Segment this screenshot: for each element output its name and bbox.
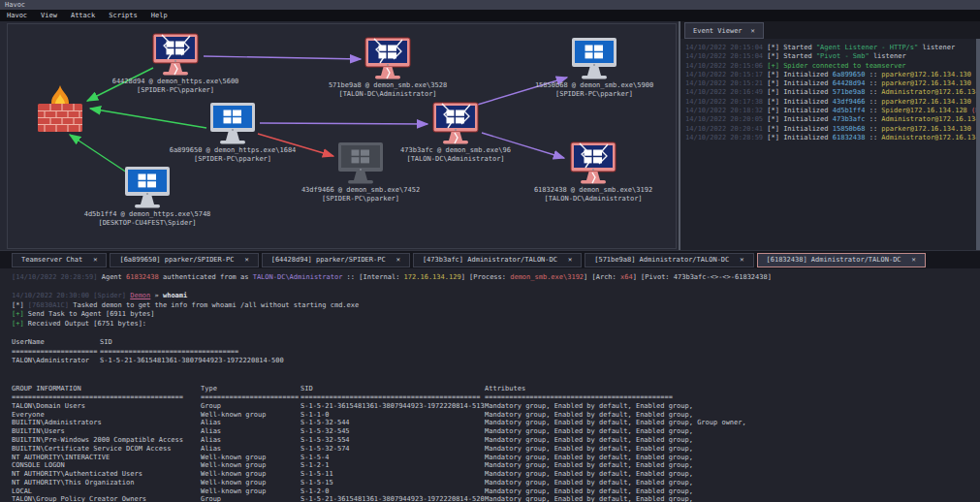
- event-viewer-tabstrip: Event Viewer ✕: [680, 21, 980, 39]
- event-viewer-panel: Event Viewer ✕ 14/10/2022 20:15:04 [*] S…: [680, 21, 980, 250]
- menu-item-attack[interactable]: Attack: [64, 12, 102, 19]
- graph-node-43df9466[interactable]: 43df9466 @ demon_smb.exe\7452[SPIDER-PC\…: [278, 141, 443, 204]
- group-table-row-cell: S-1-5-15: [300, 479, 485, 487]
- group-table-row-cell: Mandatory group, Enabled by default, Ena…: [485, 454, 980, 462]
- group-table-separator-cell: ========================================…: [485, 393, 980, 402]
- group-table-row: TALON\Domain UsersGroupS-1-5-21-36154813…: [12, 402, 980, 411]
- node-label: 61832438 @ demon_smb.exe\3192: [511, 186, 676, 195]
- user-table-separator-cell: ==================================: [100, 348, 980, 358]
- graph-node-64428d94[interactable]: 64428d94 @ demon_https.exe\5600[SPIDER-P…: [93, 33, 258, 95]
- menu-item-help[interactable]: Help: [144, 12, 174, 19]
- session-tab[interactable]: [6a899650] pparker/SPIDER-PC✕: [110, 253, 258, 267]
- session-tab-label: [571be9a8] Administrator/TALON-DC: [594, 256, 729, 264]
- console-line: [14/10/2022 20:28:59] Agent 61832438 aut…: [12, 273, 980, 283]
- menu-item-view[interactable]: View: [34, 12, 64, 19]
- firewall-icon: [35, 84, 85, 135]
- group-table-row: BUILTIN\Certificate Service DCOM AccessA…: [12, 445, 980, 454]
- session-tab[interactable]: [571be9a8] Administrator/TALON-DC✕: [585, 253, 753, 267]
- group-table-row-cell: Well-known group: [201, 479, 300, 487]
- group-table-row-cell: CONSOLE LOGON: [12, 461, 201, 470]
- group-table-row-cell: Mandatory group, Enabled by default, Ena…: [485, 470, 980, 479]
- group-table-row-cell: Well-known group: [201, 454, 300, 462]
- group-table-row-cell: S-1-5-32-574: [300, 445, 485, 454]
- node-sublabel: [SPIDER-PC\pparker]: [278, 195, 443, 204]
- close-icon[interactable]: ✕: [568, 256, 572, 264]
- close-icon[interactable]: ✕: [912, 256, 916, 264]
- group-table-row-cell: Everyone: [12, 411, 201, 420]
- group-table-row-cell: Mandatory group, Enabled by default, Ena…: [485, 461, 980, 470]
- group-table-header-cell: SID: [300, 385, 485, 393]
- close-icon[interactable]: ✕: [740, 256, 743, 264]
- node-sublabel: [TALON-DC\Administrator]: [305, 90, 470, 99]
- event-viewer-tab-label: Event Viewer: [693, 27, 743, 35]
- session-tab[interactable]: [473b3afc] Administrator/TALON-DC✕: [413, 253, 582, 267]
- session-graph: 64428d94 @ demon_https.exe\5600[SPIDER-P…: [0, 21, 679, 250]
- close-icon[interactable]: ✕: [396, 256, 400, 264]
- session-tab-label: [473b3afc] Administrator/TALON-DC: [423, 256, 557, 264]
- user-table-row-cell: S-1-5-21-3615481361-3807944923-197222081…: [100, 357, 980, 366]
- window-titlebar: Havoc: [0, 0, 980, 10]
- group-table-row-cell: S-1-2-0: [300, 487, 485, 496]
- session-tab-label: [6a899650] pparker/SPIDER-PC: [119, 256, 234, 264]
- menu-item-scripts[interactable]: Scripts: [102, 12, 144, 19]
- group-table-row: TALON\Group Policy Creator OwnersGroupS-…: [12, 495, 980, 502]
- group-table-row-cell: LOCAL: [12, 487, 201, 496]
- group-table-row: NT AUTHORITY\Authenticated UsersWell-kno…: [12, 470, 980, 479]
- close-icon[interactable]: ✕: [751, 27, 755, 35]
- session-tab-label: [64428d94] pparker/SPIDER-PC: [271, 256, 386, 264]
- event-log-line: 14/10/2022 20:15:04 [*] Started "Pivot -…: [685, 52, 980, 61]
- window-title: Havoc: [5, 1, 25, 9]
- session-tab-label: Teamserver Chat: [21, 256, 82, 264]
- group-table-row-cell: Group: [201, 495, 300, 502]
- event-viewer-tab[interactable]: Event Viewer ✕: [684, 22, 764, 39]
- graph-node-15850b68[interactable]: 15850b68 @ demon_smb.exe\5900[SPIDER-PC\…: [512, 37, 677, 99]
- node-sublabel: [DESKTOP-CU4FEST\Spider]: [65, 219, 230, 228]
- agent-console[interactable]: [14/10/2022 20:28:59] Agent 61832438 aut…: [0, 268, 980, 502]
- node-label: 15850b68 @ demon_smb.exe\5900: [512, 81, 677, 90]
- session-tab[interactable]: [61832438] Administrator/TALON-DC✕: [757, 253, 926, 267]
- node-sublabel: [TALON-DC\Administrator]: [511, 195, 676, 204]
- group-table-row-cell: BUILTIN\Administrators: [12, 419, 201, 427]
- group-table-separator-cell: ========================================…: [300, 393, 485, 402]
- group-table-row-cell: NT AUTHORITY\This Organization: [12, 479, 201, 487]
- host-compromised-icon: [363, 37, 413, 81]
- group-table-row-cell: BUILTIN\Users: [12, 427, 201, 436]
- graph-node-571be9a8[interactable]: 571be9a8 @ demon_smb.exe\3528[TALON-DC\A…: [305, 37, 470, 99]
- user-table-header: UserNameSID: [12, 338, 980, 348]
- host-compromised-icon: [150, 33, 201, 78]
- group-table-row-cell: S-1-5-4: [300, 454, 485, 462]
- host-icon: [207, 102, 258, 146]
- session-tab-label: [61832438] Administrator/TALON-DC: [767, 256, 901, 264]
- group-table-row-cell: Mandatory group, Enabled by default, Ena…: [485, 419, 980, 427]
- group-table-row: CONSOLE LOGONWell-known groupS-1-2-1Mand…: [12, 461, 980, 470]
- event-log-line: 14/10/2022 20:18:32 [*] Initialized 4d5b…: [685, 107, 980, 115]
- user-table-row: TALON\AdministratorS-1-5-21-3615481361-3…: [12, 357, 980, 366]
- node-label: 64428d94 @ demon_https.exe\5600: [93, 78, 258, 86]
- close-icon[interactable]: ✕: [244, 256, 248, 264]
- graph-node-4d5b1ff4[interactable]: 4d5b1ff4 @ demon_https.exe\5748[DESKTOP-…: [65, 166, 230, 228]
- event-log-line: 14/10/2022 20:15:17 [*] Initialized 6a89…: [685, 71, 980, 79]
- user-table-row-cell: TALON\Administrator: [12, 357, 100, 366]
- group-table-row-cell: S-1-2-1: [300, 461, 485, 470]
- event-log-line: 14/10/2022 20:15:06 [+] Spider connected…: [685, 62, 980, 71]
- group-table-row-cell: TALON\Domain Users: [12, 402, 201, 411]
- menu-item-havoc[interactable]: Havoc: [0, 12, 34, 19]
- session-tab[interactable]: Teamserver Chat✕: [12, 253, 107, 267]
- group-table-row-cell: Mandatory group, Enabled by default, Ena…: [485, 487, 980, 496]
- group-table-row-cell: Alias: [201, 436, 300, 445]
- group-table-row-cell: NT AUTHORITY\INTERACTIVE: [12, 454, 201, 462]
- graph-node-61832438[interactable]: 61832438 @ demon_smb.exe\3192[TALON-DC\A…: [511, 141, 676, 204]
- group-table-row-cell: Group: [201, 402, 300, 411]
- close-icon[interactable]: ✕: [93, 256, 97, 264]
- group-table-row-cell: Alias: [201, 445, 300, 454]
- group-table-separator: ========================================…: [12, 393, 980, 402]
- event-log-line: 14/10/2022 20:16:49 [*] Initialized 571b…: [685, 88, 980, 97]
- group-table-row-cell: S-1-5-21-3615481361-3807944923-197222081…: [300, 402, 485, 411]
- session-tab[interactable]: [64428d94] pparker/SPIDER-PC✕: [262, 253, 410, 267]
- node-label: 571be9a8 @ demon_smb.exe\3528: [305, 81, 470, 90]
- group-table-row-cell: BUILTIN\Pre-Windows 2000 Compatible Acce…: [12, 436, 201, 445]
- group-table-row-cell: Mandatory group, Enabled by default, Ena…: [485, 402, 980, 411]
- group-table-row-cell: Well-known group: [201, 411, 300, 420]
- event-scrollbar[interactable]: [976, 39, 980, 250]
- node-sublabel: [SPIDER-PC\pparker]: [512, 90, 677, 99]
